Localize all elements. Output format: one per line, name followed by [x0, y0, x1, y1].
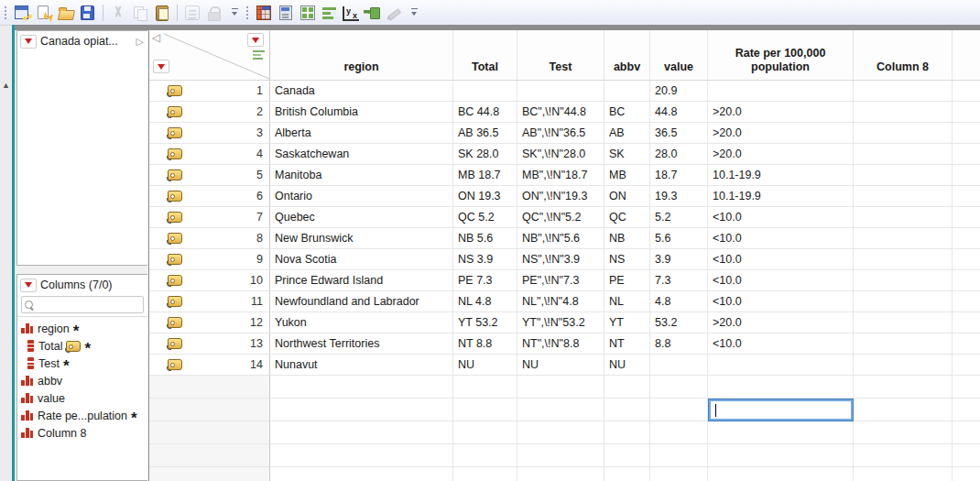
cell-test[interactable]: NB",\!N"5.6 — [517, 228, 604, 249]
cell-col8[interactable] — [854, 228, 953, 249]
summary-icon[interactable] — [277, 4, 295, 22]
column-header-abbv[interactable]: abbv — [604, 30, 650, 80]
cell-test[interactable]: MB",\!N"18.7 — [517, 165, 604, 186]
cell-value[interactable] — [650, 467, 708, 481]
cell-total[interactable]: AB 36.5 — [453, 123, 517, 144]
cell-total[interactable]: NU — [453, 355, 517, 376]
cell-total[interactable]: MB 18.7 — [453, 165, 517, 186]
cell-rate[interactable] — [708, 355, 854, 376]
cell-col8[interactable] — [854, 312, 953, 333]
cell-region[interactable]: Nunavut — [270, 355, 453, 376]
cell-test[interactable]: NT",\!N"8.8 — [517, 333, 604, 355]
cell-rate[interactable] — [708, 444, 854, 467]
cell-col8[interactable] — [854, 399, 953, 421]
cell-abbv[interactable]: NL — [604, 291, 650, 312]
cell-col8[interactable] — [854, 81, 953, 102]
cell-total[interactable]: PE 7.3 — [453, 270, 517, 291]
cell-value[interactable] — [650, 376, 708, 399]
cell-value[interactable]: 20.9 — [650, 81, 708, 102]
column-header-region[interactable]: region — [270, 30, 453, 80]
row-number[interactable]: 11 — [213, 291, 270, 312]
cell-value[interactable]: 36.5 — [650, 123, 708, 144]
cell-region[interactable] — [270, 399, 453, 421]
cell-total[interactable] — [453, 421, 517, 444]
row-number[interactable] — [213, 399, 270, 421]
cell-abbv[interactable]: SK — [604, 144, 650, 165]
toolbar-overflow-chevron-icon[interactable] — [409, 5, 419, 21]
cell-col8[interactable] — [854, 186, 953, 207]
row-number[interactable] — [213, 467, 270, 481]
cell-extra[interactable] — [953, 291, 980, 312]
column-header-extra[interactable] — [953, 30, 980, 80]
row-number[interactable]: 4 — [213, 144, 270, 165]
cell-abbv[interactable] — [604, 81, 650, 102]
row-marker-cell[interactable] — [149, 399, 213, 421]
cell-value[interactable]: 4.8 — [650, 291, 708, 312]
cell-rate[interactable]: >20.0 — [708, 144, 854, 165]
cell-abbv[interactable]: YT — [604, 312, 650, 333]
cell-test[interactable] — [517, 399, 604, 421]
columns-header-menu-button[interactable] — [247, 33, 264, 47]
cell-region[interactable] — [270, 444, 453, 467]
join-icon[interactable] — [363, 4, 381, 22]
cell-extra[interactable] — [953, 399, 980, 421]
cell-value[interactable]: 3.9 — [650, 249, 708, 270]
cell-region[interactable]: Yukon — [270, 312, 453, 333]
cell-region[interactable]: Ontario — [270, 186, 453, 207]
cell-value[interactable]: 28.0 — [650, 144, 708, 165]
cell-test[interactable]: ON",\!N"19.3 — [517, 186, 604, 207]
cell-extra[interactable] — [953, 270, 980, 291]
cell-test[interactable]: YT",\!N"53.2 — [517, 312, 604, 333]
cell-extra[interactable] — [953, 144, 980, 165]
row-marker-cell[interactable] — [149, 102, 213, 123]
cell-test[interactable]: NS",\!N"3.9 — [517, 249, 604, 270]
cell-region[interactable]: Prince Edward Island — [270, 270, 453, 291]
cell-test[interactable] — [517, 376, 604, 399]
cell-extra[interactable] — [953, 333, 980, 355]
new-journal-icon[interactable] — [35, 4, 53, 22]
cell-test[interactable]: AB",\!N"36.5 — [517, 123, 604, 144]
cell-region[interactable]: Manitoba — [270, 165, 453, 186]
cell-total[interactable]: YT 53.2 — [453, 312, 517, 333]
row-number[interactable]: 9 — [213, 249, 270, 270]
cell-region[interactable]: Canada — [270, 81, 453, 102]
cell-total[interactable] — [453, 376, 517, 399]
cell-extra[interactable] — [953, 207, 980, 228]
cell-rate[interactable] — [708, 81, 854, 102]
row-marker-cell[interactable] — [149, 312, 213, 333]
cell-abbv[interactable] — [604, 399, 650, 421]
cell-rate[interactable] — [708, 467, 854, 481]
cell-total[interactable]: SK 28.0 — [453, 144, 517, 165]
row-number[interactable] — [213, 444, 270, 467]
row-number[interactable]: 14 — [213, 355, 270, 376]
row-number[interactable]: 6 — [213, 186, 270, 207]
cell-value[interactable]: 44.8 — [650, 102, 708, 123]
cell-col8[interactable] — [854, 270, 953, 291]
cell-value[interactable] — [650, 399, 708, 421]
row-marker-cell[interactable] — [149, 291, 213, 312]
cell-abbv[interactable]: NB — [604, 228, 650, 249]
cell-region[interactable]: Nova Scotia — [270, 249, 453, 270]
cell-rate[interactable] — [708, 421, 854, 444]
cell-value[interactable]: 5.2 — [650, 207, 708, 228]
cell-region[interactable]: Saskatchewan — [270, 144, 453, 165]
cell-abbv[interactable]: MB — [604, 165, 650, 186]
panel-expand-icon[interactable]: ▷ — [136, 36, 144, 48]
cell-test[interactable]: BC",\!N"44.8 — [517, 102, 604, 123]
cell-region[interactable] — [270, 421, 453, 444]
row-number[interactable]: 2 — [213, 102, 270, 123]
row-marker-cell[interactable] — [149, 81, 213, 102]
cell-col8[interactable] — [854, 207, 953, 228]
cell-region[interactable] — [270, 467, 453, 481]
cell-extra[interactable] — [953, 81, 980, 102]
grid-corner-cell[interactable]: ◁ — [149, 30, 270, 80]
row-marker-cell[interactable] — [149, 123, 213, 144]
cell-col8[interactable] — [854, 291, 953, 312]
cell-col8[interactable] — [854, 165, 953, 186]
cell-abbv[interactable]: NS — [604, 249, 650, 270]
cell-test[interactable]: SK",\!N"28.0 — [517, 144, 604, 165]
cell-extra[interactable] — [953, 123, 980, 144]
cell-total[interactable]: NL 4.8 — [453, 291, 517, 312]
cell-extra[interactable] — [953, 421, 980, 444]
toolbar-drag-handle[interactable] — [4, 5, 8, 21]
